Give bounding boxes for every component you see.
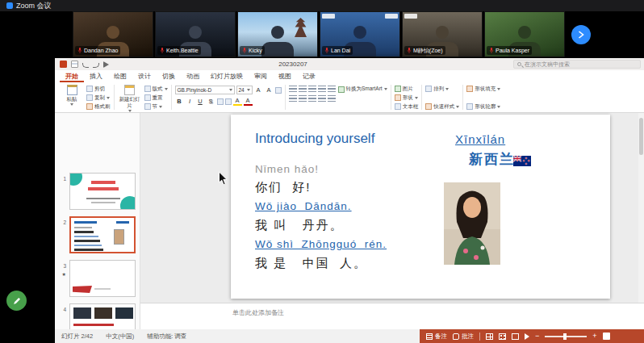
italic-button[interactable]: I (186, 97, 194, 106)
nz-chinese-text[interactable]: 新西兰 (469, 150, 515, 169)
paste-button[interactable]: 粘贴 (60, 84, 84, 106)
vertical-scrollbar[interactable] (638, 113, 644, 303)
decrease-font-button[interactable]: A (265, 86, 274, 94)
video-tile-dandan-zhao[interactable]: Dandan Zhao (73, 11, 153, 57)
redo-button[interactable] (93, 63, 99, 68)
quick-styles-button[interactable]: 快速样式 (425, 102, 459, 111)
notes-icon (426, 333, 433, 340)
tab-animations[interactable]: 动画 (181, 70, 205, 82)
underline-button[interactable]: U (196, 97, 205, 106)
mic-muted-icon (407, 47, 412, 54)
slide-thumbnail-3[interactable] (69, 260, 136, 297)
align-left-icon[interactable] (289, 95, 297, 102)
pinyin-line-3[interactable]: Wǒ shì Zhōngguó rén. (255, 238, 387, 250)
new-slide-button[interactable]: 新建幻灯片 (118, 84, 142, 112)
caret-icon (107, 97, 110, 99)
reset-button[interactable]: 重置 (144, 94, 168, 102)
video-tile-keith-beattie[interactable]: Keith.Beattie (155, 11, 236, 57)
normal-view-button[interactable] (486, 333, 493, 340)
slide-thumbnail-1[interactable] (69, 173, 136, 210)
section-button[interactable]: 节 (144, 102, 168, 111)
font-size-select[interactable]: 24 (236, 86, 253, 94)
chinese-line-3[interactable]: 我 是 中国 人。 (255, 256, 367, 271)
shapes-button[interactable]: 形状 (395, 94, 419, 102)
tab-record[interactable]: 记录 (297, 70, 321, 82)
cut-button[interactable]: 剪切 (86, 85, 111, 93)
shape-outline-button[interactable]: 形状轮廓 (466, 102, 500, 111)
virtual-bg-logo (322, 14, 335, 19)
tab-home[interactable]: 开始 (60, 70, 84, 82)
text-shadow-button[interactable]: S (207, 97, 215, 106)
teacher-portrait-photo[interactable] (444, 182, 500, 265)
bullet-list-icon[interactable] (289, 86, 297, 93)
accessibility-button[interactable]: 辅助功能: 调查 (147, 333, 186, 341)
text-direction-icon[interactable] (328, 86, 336, 93)
new-zealand-flag[interactable] (513, 156, 531, 166)
zoom-slider[interactable] (545, 336, 587, 337)
notes-toggle-button[interactable]: 备注 (426, 333, 447, 341)
video-tile-kicky[interactable]: Kicky (237, 11, 318, 57)
tab-insert[interactable]: 插入 (84, 70, 108, 82)
video-tile-zoe[interactable]: M静怡(Zoe) (402, 11, 483, 57)
pinyin-line-2[interactable]: Wǒ jiào Dāndān. (255, 200, 352, 212)
undo-button[interactable] (82, 63, 89, 68)
shape-fill-button[interactable]: 形状填充 (466, 85, 500, 93)
tab-design[interactable]: 设计 (132, 70, 157, 82)
indent-increase-icon[interactable] (318, 86, 326, 93)
increase-font-button[interactable]: A (254, 86, 263, 94)
notes-pane[interactable]: 单击此处添加备注 (140, 303, 644, 329)
font-color-label: A (245, 97, 249, 104)
copy-button[interactable]: 复制 (86, 94, 111, 102)
fit-slide-to-window-button[interactable] (603, 333, 610, 340)
clear-formatting-icon[interactable] (275, 87, 282, 94)
participant-name: Keith.Beattie (166, 48, 199, 54)
numbered-list-icon[interactable] (299, 86, 307, 93)
highlight-color-button[interactable]: A (233, 98, 242, 106)
tab-slideshow[interactable]: 幻灯片放映 (205, 70, 249, 82)
line-spacing-icon[interactable] (328, 95, 336, 102)
tab-view[interactable]: 视图 (273, 70, 297, 82)
layout-button[interactable]: 版式 (144, 85, 168, 93)
character-spacing-icon[interactable] (225, 98, 232, 105)
reading-view-button[interactable] (512, 333, 519, 340)
bold-button[interactable]: B (175, 97, 184, 106)
font-color-button[interactable]: A (244, 98, 253, 106)
tab-review[interactable]: 审阅 (249, 70, 273, 82)
section-icon (144, 103, 151, 110)
tab-draw[interactable]: 绘图 (108, 70, 132, 82)
picture-button[interactable]: 图片 (395, 85, 419, 93)
font-name-select[interactable]: GB.Pinyinok-D (175, 86, 235, 94)
comments-toggle-button[interactable]: 批注 (453, 333, 474, 341)
next-participants-button[interactable] (571, 25, 591, 44)
textbox-button[interactable]: 文本框 (395, 102, 419, 111)
slide-thumbnail-2-selected[interactable] (69, 216, 136, 253)
save-button[interactable] (71, 61, 78, 68)
zoom-out-button[interactable]: − (535, 333, 539, 340)
indent-decrease-icon[interactable] (308, 86, 316, 93)
video-tile-paula-kasper[interactable]: Paula Kasper (484, 11, 565, 57)
align-center-icon[interactable] (299, 95, 307, 102)
tab-transitions[interactable]: 切换 (157, 70, 181, 82)
strikethrough-icon[interactable] (217, 98, 224, 105)
align-right-icon[interactable] (308, 95, 316, 102)
video-tile-lan-dai[interactable]: Lan Dai (320, 11, 400, 57)
start-slideshow-button[interactable] (103, 61, 109, 68)
arrange-button[interactable]: 排列 (425, 85, 459, 93)
convert-to-smartart-button[interactable]: 转换为SmartArt (338, 85, 387, 94)
slideshow-view-button[interactable] (525, 333, 529, 340)
zoom-slider-knob[interactable] (563, 333, 567, 340)
pinyin-line-1[interactable]: Nǐmen hǎo! (255, 163, 319, 175)
chinese-line-2[interactable]: 我 叫 丹丹。 (255, 218, 344, 233)
justify-icon[interactable] (318, 95, 326, 102)
format-painter-button[interactable]: 格式刷 (86, 102, 111, 111)
slide-canvas[interactable]: Introducing yourself Xīnxīlán 新西兰 Nǐmen … (231, 115, 610, 299)
zoom-in-button[interactable]: + (592, 333, 596, 340)
nz-pinyin-text[interactable]: Xīnxīlán (455, 132, 505, 146)
search-input[interactable]: 在演示文稿中搜索 (513, 60, 641, 69)
slide-title[interactable]: Introducing yourself (255, 131, 374, 147)
chinese-line-1[interactable]: 你们 好! (255, 180, 312, 195)
language-button[interactable]: 中文(中国) (106, 333, 134, 341)
slide-sorter-view-button[interactable] (499, 333, 506, 340)
format-painter-label: 格式刷 (94, 103, 111, 111)
annotation-pencil-button[interactable] (6, 291, 27, 311)
